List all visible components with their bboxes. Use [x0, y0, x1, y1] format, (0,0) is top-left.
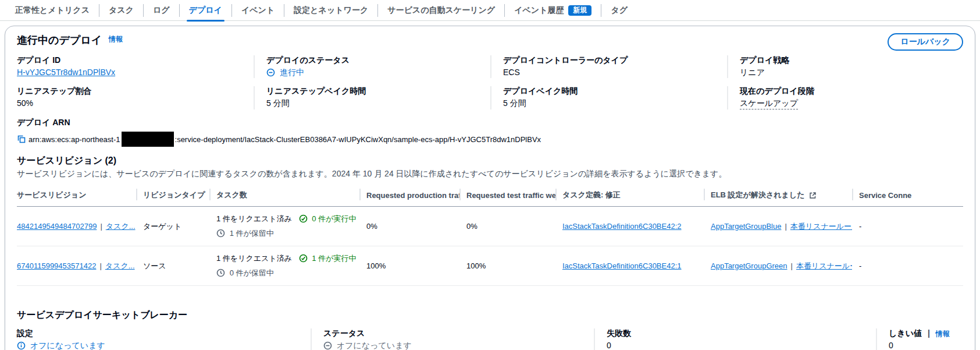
revision-tasks-link[interactable]: タスク... [105, 261, 135, 270]
prod-traffic-cell: 0% [359, 207, 459, 246]
circuit-breaker-title: サービスデプロイサーキットブレーカー [17, 309, 963, 321]
deploy-status-field: デプロイのステータス 進行中 [254, 55, 490, 78]
tab-event-history[interactable]: イベント履歴 新規 [505, 0, 601, 21]
in-progress-icon [266, 68, 275, 77]
arn-prefix: arn:aws:ecs:ap-northeast-1 [28, 135, 120, 144]
pending-clock-icon [216, 268, 225, 277]
service-revisions-table: サービスリビジョン リビジョンタイプ タスク数 Requested produc… [17, 185, 963, 286]
page-title: 進行中のデプロイ [17, 34, 102, 46]
deploy-strategy-field: デプロイ戦略 リニア [727, 55, 963, 78]
deployment-details-grid: デプロイ ID H-vYJGC5Tr8dw1nDPlBVx デプロイのステータス… [17, 55, 963, 109]
deploy-id-link[interactable]: H-vYJGC5Tr8dw1nDPlBVx [17, 68, 115, 77]
cb-config-field: 設定 オフになっています [17, 328, 311, 350]
rollback-button[interactable]: ロールバック [888, 33, 963, 51]
in-progress-deployment-panel: 進行中のデプロイ 情報 ロールバック デプロイ ID H-vYJGC5Tr8dw… [5, 26, 975, 350]
cb-config-popover-trigger[interactable]: オフになっています [30, 341, 105, 350]
service-connect-cell: - [852, 207, 963, 246]
revision-tasks-link[interactable]: タスク... [106, 222, 136, 231]
elb-config-cell: AppTargetGroupBlue|本番リスナールール [704, 207, 852, 246]
listener-rule-link[interactable]: 本番リスナールール [796, 261, 852, 270]
target-group-link[interactable]: AppTargetGroupGreen [711, 261, 787, 270]
service-revisions-title: サービスリビジョン (2) [17, 155, 963, 167]
deploy-status-value: 進行中 [280, 68, 304, 77]
task-definition-link[interactable]: IacStackTaskDefinition6C30BE42:1 [562, 261, 682, 270]
deploy-arn-field: デプロイ ARN arn:aws:ecs:ap-northeast-1 :ser… [17, 118, 963, 147]
col-task-count[interactable]: タスク数 [209, 185, 359, 207]
listener-rule-link[interactable]: 本番リスナールール [790, 222, 852, 231]
col-service-revision[interactable]: サービスリビジョン [17, 185, 136, 207]
tab-tags[interactable]: タグ [601, 0, 637, 21]
cb-threshold-field: しきい値 | 情報 0 [876, 328, 963, 350]
success-check-icon [299, 214, 308, 223]
col-service-connect[interactable]: Service Conne [852, 185, 963, 207]
info-link[interactable]: 情報 [109, 35, 123, 43]
tab-bar: 正常性とメトリクス タスク ログ デプロイ イベント 設定とネットワーク サービ… [0, 0, 980, 21]
test-traffic-cell: 0% [459, 207, 555, 246]
col-requested-production-traffic[interactable]: Requested production traffic ... [359, 185, 459, 207]
cb-status-field: ステータス オフになっています [311, 328, 594, 350]
info-icon [17, 341, 26, 350]
redacted-account-id [122, 132, 174, 147]
revision-type-cell: ターゲット [136, 207, 209, 246]
deploy-id-field: デプロイ ID H-vYJGC5Tr8dw1nDPlBVx [17, 55, 254, 78]
new-badge: 新規 [568, 5, 591, 16]
task-count-cell: 1 件をリクエスト済み 1 件が実行中 0 件が保留中 [209, 246, 359, 286]
table-header-row: サービスリビジョン リビジョンタイプ タスク数 Requested produc… [17, 185, 963, 207]
task-definition-link[interactable]: IacStackTaskDefinition6C30BE42:2 [562, 222, 682, 231]
copy-icon[interactable] [17, 135, 26, 144]
tab-configuration-networking[interactable]: 設定とネットワーク [284, 0, 377, 21]
col-task-definition[interactable]: タスク定義: 修正 [555, 185, 704, 207]
arn-suffix: :service-deployment/IacStack-ClusterEB03… [175, 135, 541, 144]
col-revision-type[interactable]: リビジョンタイプ [136, 185, 209, 207]
controller-type-field: デプロイコントローラーのタイプ ECS [490, 55, 727, 78]
test-traffic-cell: 100% [459, 246, 555, 286]
panel-title-row: 進行中のデプロイ 情報 [17, 33, 123, 47]
service-connect-cell: - [852, 246, 963, 286]
linear-step-percent-field: リニアステップ割合 50% [17, 86, 254, 109]
revision-type-cell: ソース [136, 246, 209, 286]
stopped-icon [323, 341, 332, 350]
tab-tasks[interactable]: タスク [99, 0, 143, 21]
tab-auto-scaling[interactable]: サービスの自動スケーリング [378, 0, 504, 21]
cb-failures-field: 失敗数 0 [594, 328, 876, 350]
table-row: 4842149549484702799|タスク... ターゲット 1 件をリクエ… [17, 207, 963, 246]
linear-step-bake-field: リニアステップベイク時間 5 分間 [254, 86, 490, 109]
circuit-breaker-grid: 設定 オフになっています ステータス オフになっています 失敗数 0 しきい値 … [17, 328, 963, 350]
tab-deployments[interactable]: デプロイ [180, 0, 231, 21]
tab-logs[interactable]: ログ [144, 0, 179, 21]
table-row: 6740115999453571422|タスク... ソース 1 件をリクエスト… [17, 246, 963, 286]
revision-id-link[interactable]: 4842149549484702799 [17, 222, 97, 231]
pending-clock-icon [216, 229, 225, 238]
task-count-cell: 1 件をリクエスト済み 0 件が実行中 1 件が保留中 [209, 207, 359, 246]
deploy-bake-field: デプロイベイク時間 5 分間 [490, 86, 727, 109]
tab-events[interactable]: イベント [232, 0, 284, 21]
tab-health-metrics[interactable]: 正常性とメトリクス [6, 0, 99, 21]
revision-id-link[interactable]: 6740115999453571422 [17, 261, 96, 270]
current-stage-popover-trigger[interactable]: スケールアップ [740, 98, 798, 109]
col-elb-config[interactable]: ELB 設定が解決されました [704, 185, 852, 207]
current-stage-field: 現在のデプロイ段階 スケールアップ [727, 86, 963, 109]
prod-traffic-cell: 100% [359, 246, 459, 286]
target-group-link[interactable]: AppTargetGroupBlue [711, 222, 781, 231]
col-requested-test-traffic[interactable]: Requested test traffic weight [459, 185, 555, 207]
info-link[interactable]: 情報 [936, 330, 950, 338]
service-revisions-description: サービスリビジョンには、サービスのデプロイに関連するタスクの数が含まれます。20… [17, 169, 963, 179]
elb-config-cell: AppTargetGroupGreen|本番リスナールール [704, 246, 852, 286]
external-link-icon [809, 192, 817, 199]
success-check-icon [299, 254, 308, 263]
